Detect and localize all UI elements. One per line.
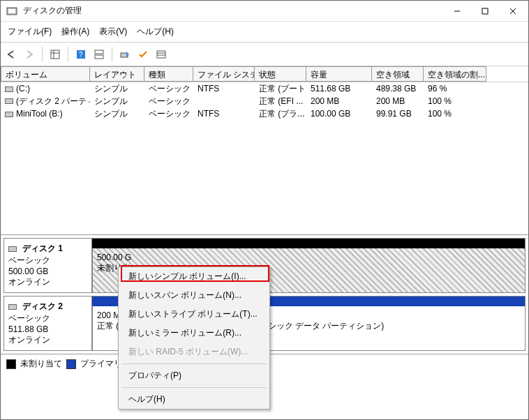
forward-button[interactable] xyxy=(22,47,37,62)
cell-fs xyxy=(193,100,255,102)
legend-swatch-primary xyxy=(66,359,76,369)
titlebar: ディスクの管理 xyxy=(1,1,528,22)
volume-grid: ボリューム レイアウト 種類 ファイル システム 状態 容量 空き領域 空き領域… xyxy=(1,66,528,235)
cell-cap: 100.00 GB xyxy=(306,108,372,119)
col-capacity[interactable]: 容量 xyxy=(306,66,372,82)
maximize-button[interactable] xyxy=(471,1,499,21)
volume-icon xyxy=(5,98,13,104)
volume-icon xyxy=(5,112,13,117)
unallocated-stripe xyxy=(92,239,525,248)
toolbar-layout-button[interactable] xyxy=(91,47,107,62)
cell-fs: NTFS xyxy=(193,108,255,119)
disk-size: 500.00 GB xyxy=(8,267,87,276)
toolbar-view-button[interactable] xyxy=(47,47,63,62)
svg-rect-1 xyxy=(8,9,15,13)
disk-size: 511.88 GB xyxy=(8,324,87,334)
svg-rect-11 xyxy=(95,50,103,54)
cm-separator xyxy=(121,363,267,364)
cm-properties[interactable]: プロパティ(P) xyxy=(119,366,269,385)
cell-cap: 200 MB xyxy=(306,96,372,107)
volume-icon xyxy=(5,87,13,92)
table-row[interactable]: (C:) シンプル ベーシック NTFS 正常 (ブート... 511.68 G… xyxy=(1,82,528,95)
cell-type: ベーシック xyxy=(144,82,193,96)
back-button[interactable] xyxy=(3,47,19,62)
list-button[interactable] xyxy=(154,47,169,62)
cell-layout: シンプル xyxy=(90,107,144,121)
table-row[interactable]: MiniTool (B:) シンプル ベーシック NTFS 正常 (ブラ... … xyxy=(1,107,528,120)
col-volume[interactable]: ボリューム xyxy=(1,66,90,82)
cell-status: 正常 (ブート... xyxy=(255,82,306,96)
cm-help[interactable]: ヘルプ(H) xyxy=(119,390,269,409)
check-button[interactable] xyxy=(135,47,151,62)
legend-unallocated: 未割り当て xyxy=(20,358,62,370)
menubar: ファイル(F) 操作(A) 表示(V) ヘルプ(H) xyxy=(1,22,528,43)
cm-new-span-volume[interactable]: 新しいスパン ボリューム(N)... xyxy=(119,286,269,305)
cell-volume: MiniTool (B:) xyxy=(16,109,63,119)
col-layout[interactable]: レイアウト xyxy=(90,66,144,82)
cell-pct: 96 % xyxy=(424,83,486,94)
col-free[interactable]: 空き領域 xyxy=(372,66,424,82)
legend-swatch-unallocated xyxy=(6,359,16,369)
cm-new-simple-volume[interactable]: 新しいシンプル ボリューム(I)... xyxy=(119,267,269,286)
window-title: ディスクの管理 xyxy=(22,5,443,17)
disk-icon xyxy=(8,304,17,310)
col-fs[interactable]: ファイル システム xyxy=(193,66,255,82)
minimize-button[interactable] xyxy=(443,1,471,21)
cell-layout: シンプル xyxy=(90,95,144,108)
cell-fs: NTFS xyxy=(193,83,255,94)
partition-size: 500.00 G xyxy=(97,253,521,262)
col-type[interactable]: 種類 xyxy=(144,66,193,82)
cell-pct: 100 % xyxy=(424,108,486,119)
table-row[interactable]: (ディスク 2 パーティシ... シンプル ベーシック 正常 (EFI ... … xyxy=(1,95,528,107)
svg-text:?: ? xyxy=(79,51,83,59)
menu-help[interactable]: ヘルプ(H) xyxy=(133,24,178,39)
cell-volume: (ディスク 2 パーティシ... xyxy=(16,96,90,106)
cm-new-mirror-volume[interactable]: 新しいミラー ボリューム(R)... xyxy=(119,324,269,343)
menu-action[interactable]: 操作(A) xyxy=(57,24,94,39)
disk-info-2[interactable]: ディスク 2 ベーシック 511.88 GB オンライン xyxy=(4,297,92,350)
col-pct[interactable]: 空き領域の割... xyxy=(424,66,486,82)
app-icon xyxy=(6,6,17,17)
cell-free: 489.38 GB xyxy=(372,83,424,94)
menu-view[interactable]: 表示(V) xyxy=(95,24,131,39)
close-button[interactable] xyxy=(499,1,527,21)
svg-rect-12 xyxy=(95,55,103,59)
cell-type: ベーシック xyxy=(144,107,193,121)
disk-status: オンライン xyxy=(8,276,87,288)
cell-cap: 511.68 GB xyxy=(306,83,372,94)
disk-icon xyxy=(8,246,17,252)
context-menu: 新しいシンプル ボリューム(I)... 新しいスパン ボリューム(N)... 新… xyxy=(118,267,270,410)
disk-type: ベーシック xyxy=(8,255,87,267)
cell-free: 200 MB xyxy=(372,96,424,107)
cell-type: ベーシック xyxy=(144,95,193,108)
cell-volume: (C:) xyxy=(16,84,30,93)
toolbar: ? xyxy=(1,43,528,66)
cell-layout: シンプル xyxy=(90,82,144,96)
disk-name: ディスク 1 xyxy=(22,243,63,255)
menu-file[interactable]: ファイル(F) xyxy=(3,24,56,39)
help-button[interactable]: ? xyxy=(73,47,89,62)
disk-type: ベーシック xyxy=(8,313,87,324)
cm-new-stripe-volume[interactable]: 新しいストライプ ボリューム(T)... xyxy=(119,305,269,324)
cm-new-raid5-volume: 新しい RAID-5 ボリューム(W)... xyxy=(119,343,269,361)
cell-pct: 100 % xyxy=(424,96,486,107)
cell-status: 正常 (ブラ... xyxy=(255,107,306,121)
cell-free: 99.91 GB xyxy=(372,108,424,119)
disk-info-1[interactable]: ディスク 1 ベーシック 500.00 GB オンライン xyxy=(4,239,92,292)
cm-separator xyxy=(121,387,267,388)
svg-rect-14 xyxy=(157,51,165,58)
grid-header: ボリューム レイアウト 種類 ファイル システム 状態 容量 空き領域 空き領域… xyxy=(1,66,528,82)
disk-name: ディスク 2 xyxy=(22,301,63,313)
svg-rect-6 xyxy=(51,50,59,59)
disk-status: オンライン xyxy=(8,334,87,346)
action-button[interactable] xyxy=(117,47,133,62)
cell-status: 正常 (EFI ... xyxy=(255,95,306,108)
svg-rect-3 xyxy=(482,8,488,14)
col-status[interactable]: 状態 xyxy=(255,66,306,82)
